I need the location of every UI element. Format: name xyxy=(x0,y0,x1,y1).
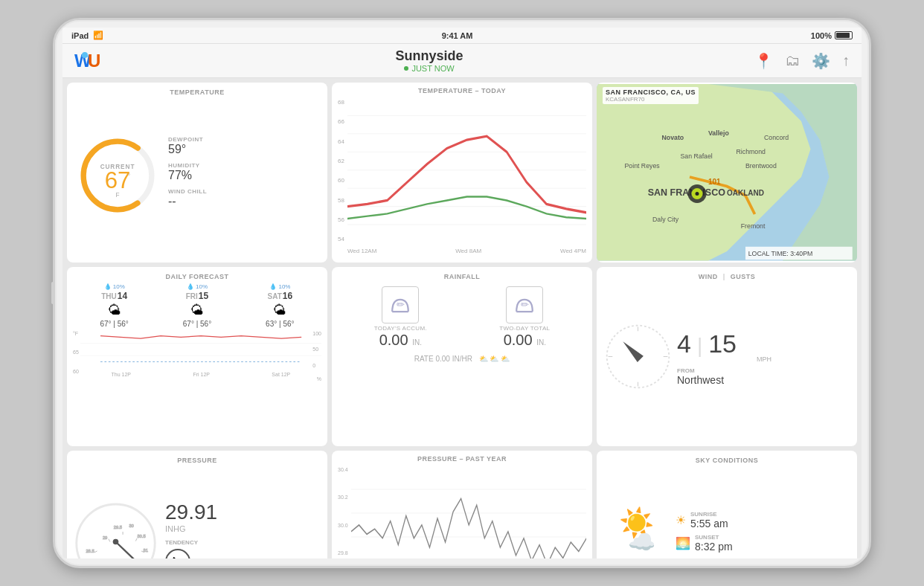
wu-logo-svg: W U xyxy=(74,51,104,71)
wind-gusts-value: 15 xyxy=(708,329,737,358)
share-icon[interactable]: ↑ xyxy=(842,52,850,69)
pressure-card: PRESSURE xyxy=(67,451,327,558)
forecast-sat: 💧 10% SAT 16 🌤 63° | 56° xyxy=(239,283,321,328)
sunset-value: 8:32 pm xyxy=(695,541,733,553)
location-icon[interactable]: 📍 xyxy=(754,52,773,70)
fc-pct-100: 100 xyxy=(312,331,321,336)
fc-pct-0: 0 xyxy=(312,363,321,368)
y-60: 60 xyxy=(338,177,344,184)
twoday-label: TWO-DAY TOTAL xyxy=(499,325,550,332)
dewpoint-label: DEWPOINT xyxy=(168,136,321,143)
forecast-days: 💧 10% THU 14 🌤 67° | 56° 💧 10% FRI xyxy=(73,283,321,328)
forecast-card: DAILY FORECAST 💧 10% THU 14 🌤 67° | 56° xyxy=(67,267,327,447)
layers-icon[interactable]: 🗂 xyxy=(785,52,800,69)
svg-text:Richmond: Richmond xyxy=(737,148,766,155)
sunset-icon: 🌅 xyxy=(676,536,690,550)
status-right: 100% xyxy=(811,31,853,40)
rain-today-icon-box: ✏ xyxy=(382,286,419,323)
x-4pm: Wed 4PM xyxy=(560,248,586,254)
humidity-value: 77% xyxy=(168,169,321,182)
y-56: 56 xyxy=(338,216,344,223)
rain-twoday-icon-box: ✏ xyxy=(506,286,543,323)
svg-text:F: F xyxy=(115,192,119,199)
sat-precip: 💧 10% xyxy=(239,283,321,290)
status-text: JUST NOW xyxy=(411,64,454,73)
wind-compass-svg xyxy=(603,321,673,392)
svg-text:101: 101 xyxy=(708,178,721,186)
pc-y1: 30.4 xyxy=(338,467,348,472)
humidity-reading: HUMIDITY 77% xyxy=(168,162,321,182)
map-station-id: KCASANFR70 xyxy=(606,96,696,103)
fri-icon: 🌤 xyxy=(155,303,238,318)
fc-y2: 65 xyxy=(73,350,79,355)
rain-icon-twoday: ✏ xyxy=(511,292,538,318)
windchill-reading: WIND CHILL -- xyxy=(168,188,321,208)
x-12am: Wed 12AM xyxy=(347,248,376,254)
forecast-title: DAILY FORECAST xyxy=(73,273,321,280)
forecast-fri: 💧 10% FRI 15 🌤 67° | 56° xyxy=(155,283,238,328)
rain-icon-today: ✏ xyxy=(387,292,414,318)
status-left: iPad 📶 xyxy=(71,30,103,40)
y-54: 54 xyxy=(338,236,344,242)
temp-chart-svg xyxy=(347,97,586,243)
app-header: W U Sunnyside JUST NOW 📍 🗂 ⚙️ ↑ xyxy=(62,44,862,78)
fc-x1: Thu 12P xyxy=(112,372,131,377)
svg-text:Fremont: Fremont xyxy=(741,222,766,230)
header-icons[interactable]: 📍 🗂 ⚙️ ↑ xyxy=(754,52,850,70)
sunset-label: SUNSET xyxy=(695,534,733,541)
svg-text:OAKLAND: OAKLAND xyxy=(727,189,764,197)
battery-icon xyxy=(835,31,853,39)
wifi-icon: 📶 xyxy=(93,30,103,40)
moon-label: MOON xyxy=(692,557,713,558)
sky-times: ☀ SUNRISE 5:55 am 🌅 SUNSET 8:32 pm xyxy=(670,511,851,558)
main-content: TEMPERATURE CURRENT 67 ° F xyxy=(62,78,862,558)
sat-temps: 63° | 56° xyxy=(239,320,321,328)
thu-name: THU xyxy=(101,292,117,300)
sky-title: SKY CONDITIONS xyxy=(603,457,851,464)
svg-text:Vallejo: Vallejo xyxy=(708,129,729,137)
svg-text:30: 30 xyxy=(129,524,133,529)
sunrise-icon: ☀ xyxy=(676,513,686,527)
thu-temps: 67° | 56° xyxy=(73,320,155,328)
fri-precip: 💧 10% xyxy=(155,283,238,290)
pressure-gauge-wrap: 28 28.5 29 29.5 30 30.5 31 xyxy=(73,499,162,558)
sunset-item: 🌅 SUNSET 8:32 pm xyxy=(676,534,851,553)
sunrise-label: SUNRISE xyxy=(690,511,728,518)
wind-card: WIND | GUSTS xyxy=(597,267,857,447)
temp-gauge-area: CURRENT 67 ° F xyxy=(73,135,162,216)
windchill-value: -- xyxy=(168,195,321,208)
svg-text:Novato: Novato xyxy=(662,134,684,141)
wind-unit: MPH xyxy=(677,355,851,363)
fc-x3: Sat 12P xyxy=(272,372,290,377)
thu-icon: 🌤 xyxy=(73,303,155,318)
sunrise-value: 5:55 am xyxy=(690,518,728,529)
svg-text:29: 29 xyxy=(103,535,107,540)
temperature-card: TEMPERATURE CURRENT 67 ° F xyxy=(67,83,327,263)
svg-point-29 xyxy=(696,192,699,196)
wind-separator: | xyxy=(697,334,702,358)
svg-line-48 xyxy=(109,539,110,542)
y-66: 66 xyxy=(338,118,344,125)
sat-num: 16 xyxy=(283,291,292,301)
fri-num: 15 xyxy=(199,291,208,301)
svg-text:67: 67 xyxy=(105,167,131,193)
svg-marker-45 xyxy=(620,338,644,362)
side-button xyxy=(51,282,55,304)
rainfall-title: RAINFALL xyxy=(338,273,586,280)
y-68: 68 xyxy=(338,99,344,106)
sky-card: SKY CONDITIONS ☀️ ☁️ Scattered Clouds ☀ xyxy=(597,451,857,558)
wind-speed: 4 xyxy=(677,329,691,358)
svg-line-60 xyxy=(116,539,135,558)
settings-icon[interactable]: ⚙️ xyxy=(812,52,830,70)
pressure-unit: INHG xyxy=(165,524,321,533)
status-dot xyxy=(404,66,408,71)
forecast-thu: 💧 10% THU 14 🌤 67° | 56° xyxy=(73,283,155,328)
forecast-chart: Thu 12P Fri 12P Sat 12P % 100 50 0 xyxy=(80,331,321,383)
svg-line-47 xyxy=(94,551,97,553)
app-logo: W U xyxy=(74,51,104,71)
tendency-label: TENDENCY xyxy=(165,539,321,546)
sky-icon-area: ☀️ ☁️ Scattered Clouds xyxy=(603,506,670,558)
ipad-frame: iPad 📶 9:41 AM 100% W U xyxy=(53,18,871,568)
temp-gauge-svg: CURRENT 67 ° F xyxy=(77,135,158,216)
dewpoint-value: 59° xyxy=(168,143,321,156)
